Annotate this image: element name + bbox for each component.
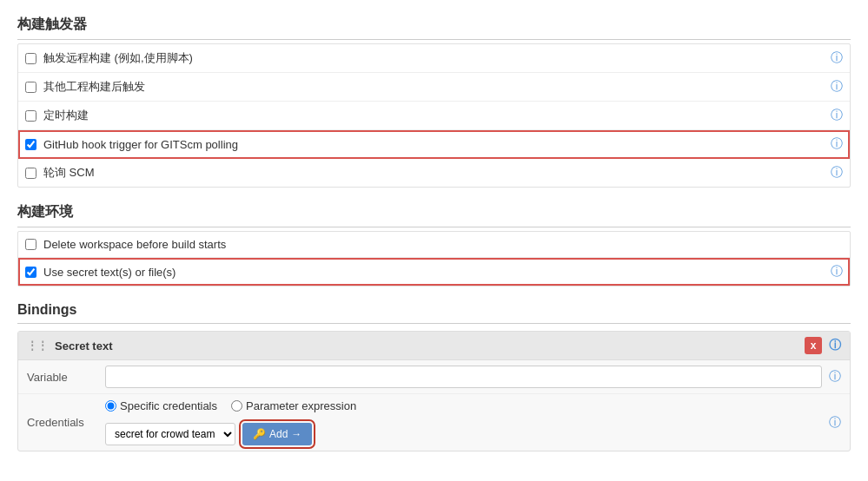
page-container: 构建触发器 触发远程构建 (例如,使用脚本) ⓘ 其他工程构建后触发 ⓘ 定时构… xyxy=(0,0,868,478)
trigger-timed-build-row: 定时构建 ⓘ xyxy=(18,102,850,130)
env-delete-workspace-label: Delete workspace before build starts xyxy=(43,238,843,251)
variable-input[interactable] xyxy=(105,366,822,388)
credentials-select[interactable]: secret for crowd team xyxy=(105,423,235,445)
add-button-label: Add xyxy=(269,428,288,440)
variable-help-icon[interactable]: ⓘ xyxy=(829,369,841,385)
credentials-row: Credentials Specific credentials Paramet… xyxy=(18,394,850,451)
credentials-select-row: secret for crowd team 🔑 Add → xyxy=(105,423,312,445)
trigger-github-hook-label: GitHub hook trigger for GITScm polling xyxy=(43,138,831,151)
build-triggers-title: 构建触发器 xyxy=(17,9,851,40)
trigger-github-hook-checkbox[interactable] xyxy=(25,139,36,150)
env-delete-workspace-checkbox[interactable] xyxy=(25,239,36,250)
trigger-other-project-help-icon[interactable]: ⓘ xyxy=(831,79,843,95)
add-arrow-icon: → xyxy=(291,428,301,440)
binding-card: ⋮⋮ Secret text x ⓘ Variable ⓘ Credential… xyxy=(17,331,851,451)
trigger-remote-build-row: 触发远程构建 (例如,使用脚本) ⓘ xyxy=(18,44,850,73)
build-environment-section: 构建环境 Delete workspace before build start… xyxy=(17,196,851,287)
variable-content xyxy=(105,366,822,388)
environment-rows: Delete workspace before build starts Use… xyxy=(17,231,851,287)
env-use-secret-row: Use secret text(s) or file(s) ⓘ xyxy=(18,258,850,286)
trigger-poll-scm-checkbox[interactable] xyxy=(25,168,36,179)
trigger-timed-build-checkbox[interactable] xyxy=(25,110,36,122)
binding-header-right: x ⓘ xyxy=(805,337,841,354)
build-triggers-section: 构建触发器 触发远程构建 (例如,使用脚本) ⓘ 其他工程构建后触发 ⓘ 定时构… xyxy=(17,9,851,188)
build-environment-title: 构建环境 xyxy=(17,196,851,227)
parameter-expression-radio[interactable] xyxy=(231,400,242,412)
trigger-remote-build-checkbox[interactable] xyxy=(25,53,36,64)
trigger-poll-scm-row: 轮询 SCM ⓘ xyxy=(18,159,850,187)
specific-credentials-radio[interactable] xyxy=(105,400,116,412)
trigger-poll-scm-help-icon[interactable]: ⓘ xyxy=(831,165,843,181)
trigger-github-hook-help-icon[interactable]: ⓘ xyxy=(831,136,843,152)
binding-header-help-icon[interactable]: ⓘ xyxy=(829,338,841,353)
trigger-timed-build-label: 定时构建 xyxy=(43,108,831,123)
variable-label: Variable xyxy=(27,371,105,384)
binding-type-label: Secret text xyxy=(55,339,112,353)
key-icon: 🔑 xyxy=(253,428,266,440)
trigger-other-project-row: 其他工程构建后触发 ⓘ xyxy=(18,73,850,102)
credentials-help-icon[interactable]: ⓘ xyxy=(829,415,841,431)
add-credentials-button[interactable]: 🔑 Add → xyxy=(242,423,312,445)
credentials-radio-group: Specific credentials Parameter expressio… xyxy=(105,399,356,412)
trigger-other-project-label: 其他工程构建后触发 xyxy=(43,79,831,95)
parameter-expression-option[interactable]: Parameter expression xyxy=(231,399,356,412)
binding-close-button[interactable]: x xyxy=(805,337,822,354)
bindings-title: Bindings xyxy=(17,295,851,324)
trigger-poll-scm-label: 轮询 SCM xyxy=(43,165,831,181)
credentials-label: Credentials xyxy=(27,416,105,429)
trigger-timed-build-help-icon[interactable]: ⓘ xyxy=(831,108,843,123)
parameter-expression-label: Parameter expression xyxy=(246,399,356,412)
bindings-section: Bindings ⋮⋮ Secret text x ⓘ Variable xyxy=(17,295,851,451)
binding-header: ⋮⋮ Secret text x ⓘ xyxy=(18,332,850,360)
env-use-secret-label: Use secret text(s) or file(s) xyxy=(43,266,831,279)
env-use-secret-help-icon[interactable]: ⓘ xyxy=(831,264,843,280)
env-delete-workspace-row: Delete workspace before build starts xyxy=(18,232,850,258)
specific-credentials-label: Specific credentials xyxy=(120,399,217,412)
drag-handle-icon[interactable]: ⋮⋮ xyxy=(27,339,48,352)
credentials-content: Specific credentials Parameter expressio… xyxy=(105,399,822,445)
trigger-other-project-checkbox[interactable] xyxy=(25,82,36,93)
trigger-remote-build-label: 触发远程构建 (例如,使用脚本) xyxy=(43,50,831,66)
trigger-github-hook-row: GitHub hook trigger for GITScm polling ⓘ xyxy=(18,130,850,159)
trigger-rows: 触发远程构建 (例如,使用脚本) ⓘ 其他工程构建后触发 ⓘ 定时构建 ⓘ Gi… xyxy=(17,43,851,188)
env-use-secret-checkbox[interactable] xyxy=(25,267,36,278)
trigger-remote-build-help-icon[interactable]: ⓘ xyxy=(831,50,843,66)
binding-header-left: ⋮⋮ Secret text xyxy=(27,339,112,353)
variable-row: Variable ⓘ xyxy=(18,360,850,394)
specific-credentials-option[interactable]: Specific credentials xyxy=(105,399,217,412)
